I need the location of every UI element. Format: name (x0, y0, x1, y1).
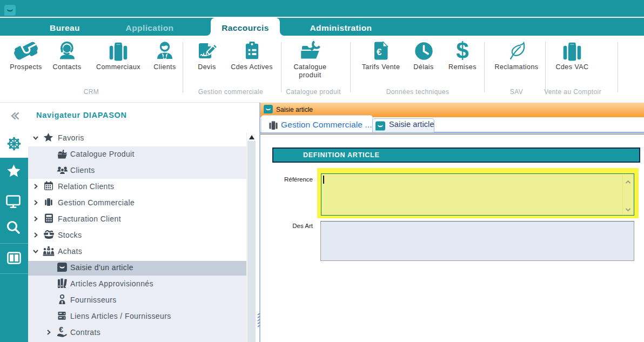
svg-text:€: € (59, 326, 63, 334)
svg-text:€: € (377, 47, 382, 57)
